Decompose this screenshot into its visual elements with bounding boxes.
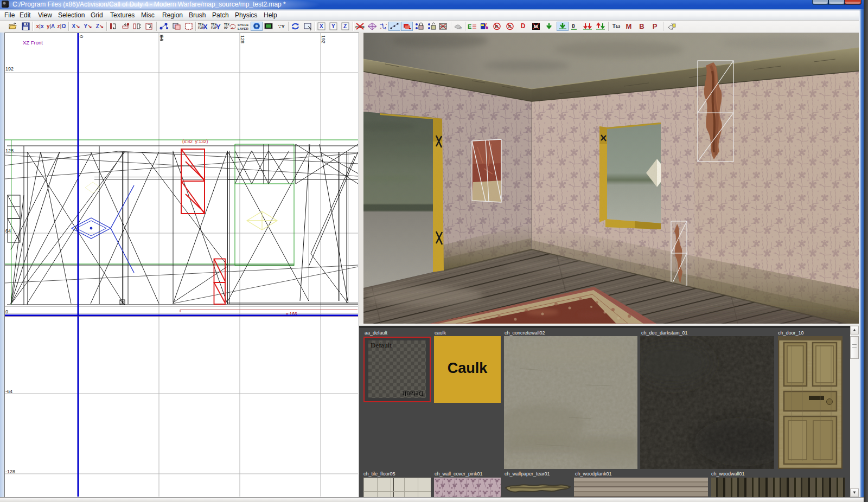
svg-text:LAYER: LAYER xyxy=(238,27,248,30)
svg-text:Z: Z xyxy=(343,23,347,29)
svg-text:-128: -128 xyxy=(5,469,15,474)
svg-text:192: 192 xyxy=(5,66,14,72)
svg-text:(x:82 y:132): (x:82 y:132) xyxy=(182,139,208,144)
svg-text:90°: 90° xyxy=(224,26,228,29)
svg-text:128: 128 xyxy=(5,148,14,153)
svg-text:0: 0 xyxy=(79,35,84,38)
svg-text:Y: Y xyxy=(216,23,221,30)
svg-text:XZ Front: XZ Front xyxy=(23,40,43,46)
svg-text:0: 0 xyxy=(572,23,575,29)
svg-text:192: 192 xyxy=(321,35,326,43)
svg-text:2: 2 xyxy=(460,27,462,30)
svg-text:-64: -64 xyxy=(5,389,12,394)
svg-text:CYCLE: CYCLE xyxy=(238,23,248,27)
svg-text:E: E xyxy=(468,23,471,30)
svg-text:128: 128 xyxy=(240,35,245,43)
svg-text:Y: Y xyxy=(331,23,335,29)
svg-text:0: 0 xyxy=(5,309,8,314)
svg-text:64: 64 xyxy=(5,228,11,234)
svg-text:M: M xyxy=(534,24,538,29)
svg-text:X: X xyxy=(203,23,208,30)
svg-text:X: X xyxy=(320,23,323,29)
